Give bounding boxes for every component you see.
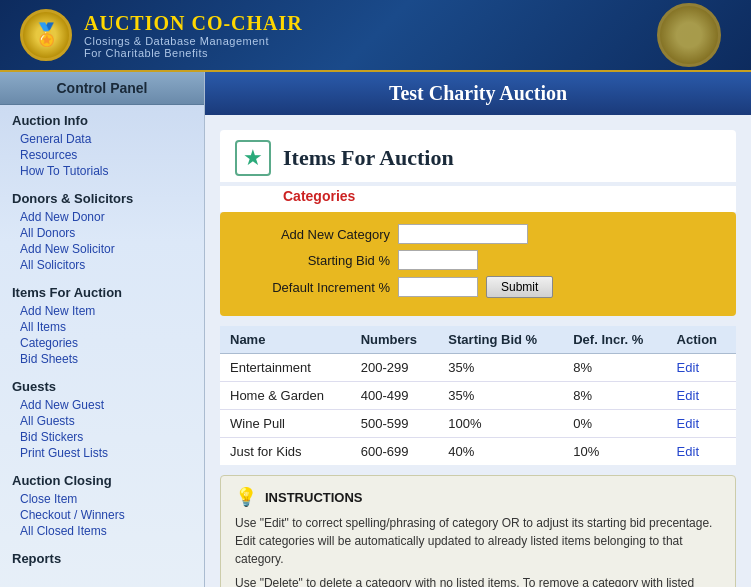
cell-def-incr: 10% [563,438,666,466]
cell-numbers: 400-499 [351,382,439,410]
edit-link[interactable]: Edit [677,360,699,375]
form-row-default-increment: Default Increment % Submit [240,276,716,298]
add-category-input[interactable] [398,224,528,244]
sidebar-section-guests: Guests Add New Guest All Guests Bid Stic… [0,371,204,465]
add-category-label: Add New Category [240,227,390,242]
sidebar-link-general-data[interactable]: General Data [12,131,192,147]
instructions-title: INSTRUCTIONS [265,490,363,505]
sidebar-section-title-items: Items For Auction [12,285,192,300]
col-header-def-incr: Def. Incr. % [563,326,666,354]
sidebar-link-checkout-winners[interactable]: Checkout / Winners [12,507,192,523]
cell-action: Edit [667,410,736,438]
sidebar-link-bid-sheets[interactable]: Bid Sheets [12,351,192,367]
sidebar-section-items: Items For Auction Add New Item All Items… [0,277,204,371]
edit-link[interactable]: Edit [677,416,699,431]
col-header-numbers: Numbers [351,326,439,354]
starting-bid-input[interactable] [398,250,478,270]
page-subtitle: Categories [220,186,736,212]
cell-def-incr: 8% [563,382,666,410]
submit-button[interactable]: Submit [486,276,553,298]
instructions-title-row: 💡 INSTRUCTIONS [235,486,721,508]
default-increment-label: Default Increment % [240,280,390,295]
col-header-action: Action [667,326,736,354]
sidebar-section-title-reports: Reports [12,551,192,566]
sidebar-section-auction-info: Auction Info General Data Resources How … [0,105,204,183]
sidebar-link-how-to-tutorials[interactable]: How To Tutorials [12,163,192,179]
instruction-paragraph: Use "Edit" to correct spelling/phrasing … [235,514,721,568]
sidebar-link-all-guests[interactable]: All Guests [12,413,192,429]
categories-table-container: Name Numbers Starting Bid % Def. Incr. %… [220,326,736,465]
sidebar-link-bid-stickers[interactable]: Bid Stickers [12,429,192,445]
sidebar-section-title-auction-info: Auction Info [12,113,192,128]
col-header-starting-bid: Starting Bid % [438,326,563,354]
sidebar-section-closing: Auction Closing Close Item Checkout / Wi… [0,465,204,543]
table-header-row: Name Numbers Starting Bid % Def. Incr. %… [220,326,736,354]
main-content: ★ Items For Auction Categories Add New C… [205,115,751,587]
cell-name: Just for Kids [220,438,351,466]
app-subtitle2: For Charitable Benefits [84,47,303,59]
cell-action: Edit [667,438,736,466]
table-row: Home & Garden 400-499 35% 8% Edit [220,382,736,410]
bulb-icon: 💡 [235,486,257,508]
sidebar-link-all-solicitors[interactable]: All Solicitors [12,257,192,273]
table-row: Just for Kids 600-699 40% 10% Edit [220,438,736,466]
cell-name: Entertainment [220,354,351,382]
instruction-paragraph: Use "Delete" to delete a category with n… [235,574,721,587]
col-header-name: Name [220,326,351,354]
main-panel: Test Charity Auction ★ Items For Auction… [205,72,751,587]
sidebar-section-title-closing: Auction Closing [12,473,192,488]
cell-def-incr: 8% [563,354,666,382]
add-category-form: Add New Category Starting Bid % Default … [220,212,736,316]
cell-numbers: 200-299 [351,354,439,382]
cell-starting-bid: 35% [438,354,563,382]
sidebar-link-close-item[interactable]: Close Item [12,491,192,507]
page-title: Items For Auction [283,145,454,171]
cell-numbers: 500-599 [351,410,439,438]
cell-name: Home & Garden [220,382,351,410]
sidebar-link-all-donors[interactable]: All Donors [12,225,192,241]
table-row: Wine Pull 500-599 100% 0% Edit [220,410,736,438]
main-header: Test Charity Auction [205,72,751,115]
page-title-row: ★ Items For Auction [220,130,736,182]
sidebar-link-resources[interactable]: Resources [12,147,192,163]
form-row-starting-bid: Starting Bid % [240,250,716,270]
app-title: AUCTION CO-CHAIR [84,12,303,35]
sidebar-link-add-new-item[interactable]: Add New Item [12,303,192,319]
logo-coin-left: 🏅 [20,9,72,61]
sidebar-section-title-guests: Guests [12,379,192,394]
table-row: Entertainment 200-299 35% 8% Edit [220,354,736,382]
logo-coin-right [657,3,721,67]
sidebar-title: Control Panel [0,72,204,105]
app-header: 🏅 AUCTION CO-CHAIR Closings & Database M… [0,0,751,72]
cell-action: Edit [667,382,736,410]
sidebar-link-categories[interactable]: Categories [12,335,192,351]
cell-numbers: 600-699 [351,438,439,466]
sidebar-link-print-guest-lists[interactable]: Print Guest Lists [12,445,192,461]
cell-def-incr: 0% [563,410,666,438]
cell-starting-bid: 35% [438,382,563,410]
starting-bid-label: Starting Bid % [240,253,390,268]
header-text: AUCTION CO-CHAIR Closings & Database Man… [84,12,303,59]
sidebar-link-all-closed-items[interactable]: All Closed Items [12,523,192,539]
cell-action: Edit [667,354,736,382]
sidebar-section-title-donors: Donors & Solicitors [12,191,192,206]
main-layout: Control Panel Auction Info General Data … [0,72,751,587]
sidebar-link-add-new-solicitor[interactable]: Add New Solicitor [12,241,192,257]
edit-link[interactable]: Edit [677,444,699,459]
app-subtitle1: Closings & Database Management [84,35,303,47]
edit-link[interactable]: Edit [677,388,699,403]
sidebar-section-reports: Reports [0,543,204,573]
instructions-panel: 💡 INSTRUCTIONS Use "Edit" to correct spe… [220,475,736,587]
categories-table: Name Numbers Starting Bid % Def. Incr. %… [220,326,736,465]
cell-starting-bid: 40% [438,438,563,466]
cell-starting-bid: 100% [438,410,563,438]
star-icon: ★ [235,140,271,176]
sidebar: Control Panel Auction Info General Data … [0,72,205,587]
sidebar-link-add-new-donor[interactable]: Add New Donor [12,209,192,225]
sidebar-link-all-items[interactable]: All Items [12,319,192,335]
sidebar-section-donors: Donors & Solicitors Add New Donor All Do… [0,183,204,277]
form-row-category: Add New Category [240,224,716,244]
cell-name: Wine Pull [220,410,351,438]
sidebar-link-add-new-guest[interactable]: Add New Guest [12,397,192,413]
default-increment-input[interactable] [398,277,478,297]
